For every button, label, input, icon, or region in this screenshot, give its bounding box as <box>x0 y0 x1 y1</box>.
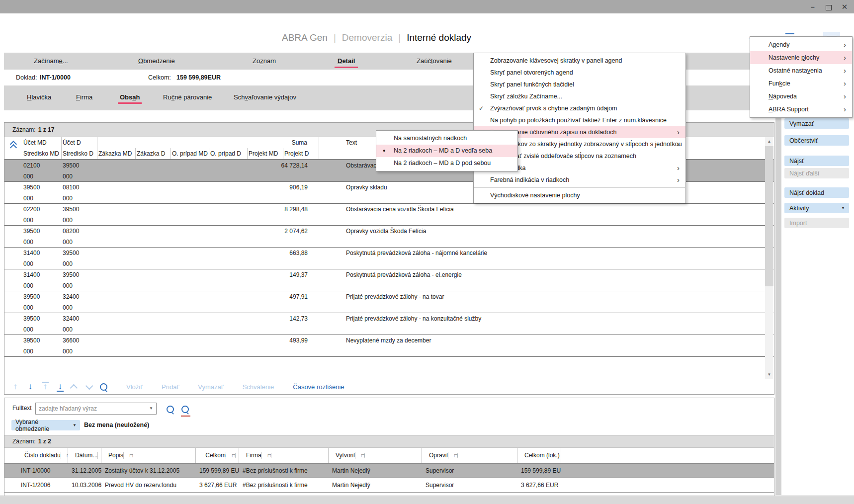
casove-rozlisenie-button[interactable]: Časové rozlíšenie <box>293 383 344 391</box>
menu-item-napoveda[interactable]: Nápoveda› <box>750 90 852 103</box>
list-item[interactable]: INT-1/0000 31.12.2005 Zostatky účtov k 3… <box>4 463 774 478</box>
col-celkom-lok[interactable]: Celkom (lok.)□ <box>517 448 561 463</box>
col-cislo-dokladu[interactable]: Číslo dokladu□ <box>17 448 68 463</box>
menu-item-ostatne-nastavenia[interactable]: Ostatné nastavenia› <box>750 64 852 77</box>
submenu-arrow-icon: › <box>677 138 680 150</box>
col-opravil[interactable]: Opravil□ <box>422 448 517 463</box>
close-button[interactable]: ✕ <box>837 0 852 13</box>
subtab-obsah[interactable]: Obsah <box>120 93 140 101</box>
table-row[interactable]: 3950032400497,91Prijaté prevádzkové zálo… <box>4 291 774 313</box>
tab-zaciname[interactable]: Začíname... <box>34 57 68 65</box>
vymazat-row-button[interactable]: Vymazať <box>198 383 223 391</box>
search-icon[interactable] <box>100 383 107 391</box>
fulltext-search-icon[interactable] <box>167 406 174 413</box>
column-checkbox-icon[interactable]: □ <box>264 453 271 458</box>
column-checkbox-icon[interactable]: □ <box>451 453 458 458</box>
menu-item-funkcie[interactable]: Funkcie› <box>750 77 852 90</box>
column-checkbox-icon[interactable]: □ <box>358 453 365 458</box>
schvalenie-button[interactable]: Schválenie <box>243 383 274 391</box>
najst-button[interactable]: Nájsť <box>784 156 849 166</box>
stredisko-md: 000 <box>22 173 62 180</box>
vlozit-button[interactable]: Vložiť <box>126 383 143 391</box>
import-button[interactable]: Import <box>784 218 849 228</box>
col-firma[interactable]: Firma□ <box>239 448 329 463</box>
table-row[interactable]: 3950032400142,73Prijaté prevádzkové zálo… <box>4 313 774 335</box>
menu-item-checked[interactable]: ✓Zvýrazňovať prvok s chybne zadaným údaj… <box>474 102 685 114</box>
col-ucet-d[interactable]: Účet D <box>62 137 97 148</box>
scroll-down-icon[interactable]: ▼ <box>765 370 773 379</box>
col-zakazka-md[interactable]: Zákazka MD <box>97 148 136 159</box>
row-down-icon[interactable]: ↓ <box>26 382 34 392</box>
tab-zoznam[interactable]: Zoznam <box>253 57 276 65</box>
menu-item[interactable]: Východiskové nastavenie plochy <box>474 189 685 201</box>
menu-item[interactable]: Na samostatných riadkoch <box>376 132 517 145</box>
submenu-arrow-icon: › <box>844 38 846 51</box>
menu-item[interactable]: Skryť záložku Začíname... <box>474 90 685 102</box>
menu-item[interactable]: Skryť panel otvorených agend <box>474 67 685 79</box>
col-suma[interactable]: Suma <box>97 137 319 148</box>
column-checkbox-icon[interactable]: □ <box>229 453 236 458</box>
col-ucet-md[interactable]: Účet MD <box>22 137 62 148</box>
menu-item-abra-support[interactable]: ABRA Support› <box>750 103 852 116</box>
menu-item-nastavenie-plochy[interactable]: Nastavenie plochy› <box>750 51 852 64</box>
najst-doklad-button[interactable]: Nájsť doklad <box>784 187 849 198</box>
minimize-button[interactable]: – <box>805 0 820 13</box>
table-row[interactable]: 3950036600493,99Nevyplatené mzdy za dece… <box>4 335 774 357</box>
col-stredisko-d[interactable]: Stredisko D <box>62 148 97 159</box>
menu-item-selected[interactable]: ●Na 2 riadkoch – MD a D vedľa seba <box>376 145 517 157</box>
expand-icon[interactable] <box>85 382 93 390</box>
col-vytvoril[interactable]: Vytvoril□ <box>329 448 422 463</box>
label: Občerstviť <box>789 137 818 144</box>
restriction-name: Bez mena (neuložené) <box>84 421 149 428</box>
col-projekt-md[interactable]: Projekt MD <box>248 148 283 159</box>
pridat-button[interactable]: Pridať <box>162 383 179 391</box>
tab-zauctovanie[interactable]: Zaúčtovanie <box>417 57 452 65</box>
col-projekt-d[interactable]: Projekt D <box>283 148 319 159</box>
list-item[interactable]: INT-1/2006 10.03.2006 Prevod HV do rezer… <box>4 478 774 493</box>
fulltext-search-highlight-icon[interactable] <box>181 406 189 413</box>
aktivity-button[interactable]: Aktivity▼ <box>784 203 849 213</box>
menu-item-agendy[interactable]: Agendy› <box>750 38 852 51</box>
row-up-icon[interactable]: ↑ <box>11 382 19 392</box>
menu-item[interactable]: Na 2 riadkoch – MD a D pod sebou <box>376 157 517 169</box>
fulltext-input[interactable] <box>38 404 144 414</box>
restore-button[interactable] <box>821 0 836 13</box>
menu-item[interactable]: Skryť panel funkčných tlačidiel <box>474 79 685 90</box>
scroll-up-icon[interactable]: ▲ <box>765 137 773 146</box>
row-to-top-icon[interactable]: ↑ <box>41 382 49 392</box>
vybrane-obmedzenie-button[interactable]: Vybrané obmedzenie ▼ <box>11 420 80 430</box>
sort-ascending-icon[interactable] <box>10 141 16 148</box>
menu-item[interactable]: Farebná indikácia v riadkoch› <box>474 174 685 186</box>
tab-detail[interactable]: Detail <box>338 57 355 65</box>
col-opripad-d[interactable]: O. prípad D <box>209 148 248 159</box>
table-row[interactable]: 39500082002 074,62Opravky vozidla Škoda … <box>4 226 774 248</box>
column-checkbox-icon[interactable]: □ <box>126 453 133 458</box>
combo-dropdown-icon[interactable]: ▼ <box>146 403 156 413</box>
col-popis[interactable]: Popis□ <box>101 448 196 463</box>
scrollbar-thumb[interactable] <box>765 146 773 286</box>
vymazat-button[interactable]: Vymazať <box>784 118 849 129</box>
subtab-hlavicka[interactable]: Hlavička <box>27 93 51 101</box>
row-to-bottom-icon[interactable]: ↓ <box>56 382 64 392</box>
detail-scrollbar[interactable]: ▲ ▼ <box>765 137 773 379</box>
subtab-rucne-parovanie[interactable]: Ručné párovanie <box>163 93 212 101</box>
subtab-schvalovanie[interactable]: Schvaľovanie výdajov <box>234 93 296 101</box>
column-checkbox-icon[interactable]: □ <box>64 453 68 458</box>
table-row[interactable]: 3140039500149,37Poskytnutá prevádzková z… <box>4 269 774 291</box>
submenu-arrow-icon: › <box>844 51 846 64</box>
subtab-firma[interactable]: Firma <box>76 93 92 101</box>
collapse-icon[interactable] <box>70 384 78 392</box>
col-datum[interactable]: Dátum...□ <box>68 448 101 463</box>
tab-obmedzenie[interactable]: Obmedzenie <box>138 57 175 65</box>
table-row[interactable]: 3140039500663,88Poskytnutá prevádzková z… <box>4 248 774 269</box>
col-oprippad-md[interactable]: O. prípad MD <box>171 148 209 159</box>
menu-item[interactable]: Zobrazovanie klávesovej skratky v paneli… <box>474 55 685 67</box>
menu-item[interactable]: Na pohyb po položkách používať taktiež E… <box>474 114 685 126</box>
col-zakazka-d[interactable]: Zákazka D <box>136 148 171 159</box>
col-celkom[interactable]: Celkom□ <box>196 448 239 463</box>
suma: 906,19 <box>97 184 319 191</box>
obcerstvit-button[interactable]: Občerstviť <box>784 135 849 146</box>
col-stredisko-md[interactable]: Stredisko MD <box>22 148 62 159</box>
table-row[interactable]: 02200395008 298,48Obstarávacia cena vozi… <box>4 204 774 226</box>
najst-dalsi-button[interactable]: Nájsť ďalší <box>784 168 849 178</box>
